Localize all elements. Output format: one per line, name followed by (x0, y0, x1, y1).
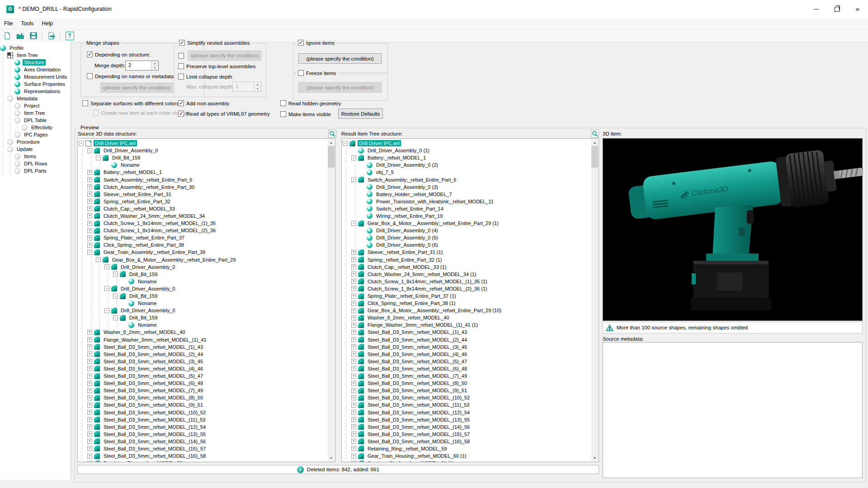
expand-toggle[interactable]: + (87, 235, 92, 240)
tree-item[interactable]: +Steel_Ball_D3_5mm;_refset_MODEL_(13)_55 (343, 416, 599, 423)
tree-item[interactable]: Wiring;_refset_Entire_Part_19 (343, 212, 599, 220)
merge-depth-spinner[interactable]: ▲▼ (151, 61, 158, 70)
tree-item[interactable]: Structure (0, 59, 71, 66)
close-button[interactable]: × (847, 0, 868, 18)
menu-file[interactable]: File (0, 19, 17, 28)
expand-toggle[interactable]: + (87, 410, 92, 415)
expand-toggle[interactable]: + (351, 308, 356, 313)
collapse-toggle[interactable]: − (113, 272, 118, 277)
tree-item[interactable]: +Clutch_Cap;_refset_MODEL_33 (1) (343, 263, 599, 271)
collapse-toggle[interactable]: − (79, 141, 84, 146)
tree-item[interactable]: +Steel_Ball_D3_5mm;_refset_MODEL_(9)_51 (343, 387, 599, 394)
collapse-toggle[interactable]: − (104, 264, 109, 269)
tree-item[interactable]: −Drill_Driver_Assembly_0 (79, 263, 335, 271)
scroll-down-icon[interactable]: ▼ (591, 455, 598, 461)
scrollbar-thumb[interactable] (591, 146, 598, 168)
expand-toggle[interactable]: + (351, 381, 356, 386)
simplify-condition-button[interactable]: (please specify the condition) (188, 51, 261, 61)
tree-item[interactable]: Procedure (0, 138, 71, 145)
tree-item[interactable]: +Gear_Train_Housing;_refset_MODEL_60 (1) (343, 452, 599, 460)
maximize-button[interactable] (826, 0, 847, 18)
tree-item[interactable]: −Drill_Bit_159 (79, 292, 335, 300)
expand-toggle[interactable]: + (87, 352, 92, 357)
tree-item[interactable]: Noname (79, 300, 335, 307)
tree-item[interactable]: +Spring;_refset_Entire_Part_32 (1) (343, 256, 599, 263)
expand-toggle[interactable]: + (351, 461, 356, 462)
tree-item[interactable]: +Steel_Ball_D3_5mm;_refset_MODEL_(1)_43 (79, 343, 335, 351)
tree-item[interactable]: Noname (79, 278, 335, 285)
tree-item[interactable]: +Steel_Ball_D3_5mm;_refset_MODEL_(15)_57 (343, 431, 599, 438)
depending-structure-checkbox[interactable]: Depending on structure: (87, 52, 151, 57)
tree-item[interactable]: +Steel_Ball_D3_5mm;_refset_MODEL_(5)_47 (343, 358, 599, 365)
save-button[interactable] (28, 30, 39, 41)
tree-item[interactable]: Effectivity (0, 124, 71, 131)
expand-toggle[interactable]: + (87, 432, 92, 436)
tree-item[interactable]: −Gear_Box_&_Motor__Assembly;_refset_Enti… (79, 256, 335, 263)
tree-item[interactable]: −Drill_Bit_159 (79, 154, 335, 161)
expand-toggle[interactable]: + (87, 330, 92, 335)
freeze-condition-button[interactable]: (please specify the condition) (298, 82, 382, 93)
expand-toggle[interactable]: + (351, 250, 356, 255)
tree-item[interactable]: +Flange_Washer_3mm;_refset_MODEL_(1)_41 (79, 336, 335, 343)
collapse-toggle[interactable]: − (96, 257, 101, 262)
tree-item[interactable]: Drill_Driver_Assembly_0 (5) (343, 234, 599, 241)
expand-toggle[interactable]: + (351, 446, 356, 451)
expand-toggle[interactable]: + (351, 388, 356, 393)
tree-item[interactable]: Battery_Holder;_refset_MODEL_7 (343, 191, 599, 198)
tree-item[interactable]: +Steel_Ball_D3_5mm;_refset_MODEL_(5)_47 (79, 372, 335, 380)
tree-item[interactable]: −Drill_Bit_159 (79, 314, 335, 321)
tree-item[interactable]: Items (0, 153, 71, 160)
expand-toggle[interactable]: + (351, 301, 356, 306)
tree-item[interactable]: −Drill Driver IPC.wrl (343, 140, 599, 147)
collapse-toggle[interactable]: − (351, 177, 356, 182)
tree-item[interactable]: +Steel_Ball_D3_5mm;_refset_MODEL_(7)_49 (343, 372, 599, 380)
expand-toggle[interactable]: + (87, 359, 92, 364)
open-button[interactable] (14, 30, 26, 41)
merge-depth-input[interactable]: 2 ▲▼ (125, 61, 159, 70)
tree-item[interactable]: Profile (0, 44, 71, 52)
tree-item[interactable]: +Steel_Ball_D3_5mm;_refset_MODEL_(10)_52 (79, 408, 335, 416)
expand-toggle[interactable]: + (87, 344, 92, 349)
tree-item[interactable]: Drill_Driver_Assembly_0 (2) (343, 161, 599, 169)
tree-item[interactable]: +Clutch_Washer_24_5mm;_refset_MODEL_34 (79, 212, 335, 220)
tree-item[interactable]: Drill_Driver_Assembly_0 (3) (343, 183, 599, 191)
expand-toggle[interactable]: + (351, 344, 356, 349)
depending-names-checkbox[interactable]: Depending on names or metadata: (87, 73, 175, 79)
export-button[interactable] (46, 30, 57, 41)
tree-item[interactable]: −Battery;_refset_MODEL_1 (343, 154, 599, 161)
tree-item[interactable]: +Steel_Ball_D3_5mm;_refset_MODEL_(7)_49 (79, 387, 335, 394)
read-hidden-checkbox[interactable]: Read hidden geometry (280, 100, 341, 106)
tree-item[interactable]: +Steel_Ball_D3_5mm;_refset_MODEL_(12)_54 (343, 408, 599, 416)
tree-item[interactable]: +Sleeve;_refset_Entire_Part_31 (1) (343, 249, 599, 256)
tree-item[interactable]: +Click_Spring;_refset_Entire_Part_38 (1) (343, 300, 599, 307)
tree-item[interactable]: +Steel_Ball_D3_5mm;_refset_MODEL_(3)_45 (343, 343, 599, 351)
source-metadata-box[interactable] (603, 342, 863, 478)
tree-item[interactable]: Item Tree (0, 109, 71, 117)
collapse-toggle[interactable]: − (351, 221, 356, 226)
expand-toggle[interactable]: + (87, 403, 92, 408)
tree-item[interactable]: +Steel_Ball_D3_5mm;_refset_MODEL_(4)_46 (79, 365, 335, 372)
ignore-condition-button[interactable]: (please specify the condition) (298, 53, 382, 64)
tree-item[interactable]: DPL Rows (0, 160, 71, 167)
tree-item[interactable]: +Steel_Ball_D3_5mm;_refset_MODEL_(8)_50 (79, 394, 335, 401)
expand-toggle[interactable]: + (87, 243, 92, 248)
tree-item[interactable]: Project (0, 102, 71, 109)
expand-toggle[interactable]: + (351, 417, 356, 422)
tree-item[interactable]: −Drill_Driver_Assembly_0 (79, 307, 335, 314)
source-scrollbar[interactable]: ▲ ▼ (328, 139, 335, 461)
expand-toggle[interactable]: + (351, 257, 356, 262)
minimize-button[interactable] (806, 0, 826, 18)
expand-toggle[interactable]: + (351, 272, 356, 277)
tree-item[interactable]: +Steel_Ball_D3_5mm;_refset_MODEL_(10)_52 (343, 394, 599, 401)
tree-item[interactable]: +Steel_Ball_D3_5mm;_refset_MODEL_(6)_48 (343, 365, 599, 372)
collapse-toggle[interactable]: − (351, 155, 356, 160)
tree-item[interactable]: Metadata (0, 95, 71, 102)
tree-item[interactable]: +Steel_Ball_D3_5mm;_refset_MODEL_(12)_54 (79, 423, 335, 431)
tree-item[interactable]: −Drill_Driver_Assembly_0 (79, 147, 335, 154)
scrollbar-thumb[interactable] (328, 146, 335, 168)
expand-toggle[interactable]: + (87, 366, 92, 371)
create-new-item-checkbox[interactable]: Create new item at each color change (93, 110, 189, 116)
tree-item[interactable]: −Gear_Train_Assembly;_refset_Entire_Part… (79, 249, 335, 256)
tree-item[interactable]: Surface Properties (0, 80, 71, 88)
expand-toggle[interactable]: + (87, 199, 92, 204)
